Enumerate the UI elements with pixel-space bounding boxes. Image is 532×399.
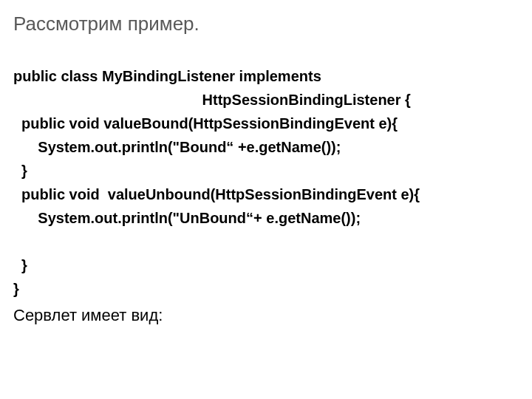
code-block: public class MyBindingListener implement… bbox=[13, 41, 519, 301]
code-line: } bbox=[13, 281, 19, 297]
code-line: } bbox=[13, 163, 27, 179]
slide: Рассмотрим пример. public class MyBindin… bbox=[0, 0, 532, 399]
code-line: System.out.println("Bound“ +e.getName())… bbox=[13, 139, 341, 155]
code-line: } bbox=[13, 257, 27, 273]
slide-title: Рассмотрим пример. bbox=[13, 12, 519, 36]
code-line: System.out.println("UnBound“+ e.getName(… bbox=[13, 210, 361, 226]
code-line: HttpSessionBindingListener { bbox=[13, 92, 411, 108]
code-line: public void valueUnbound(HttpSessionBind… bbox=[13, 186, 420, 202]
code-line: public class MyBindingListener implement… bbox=[13, 68, 321, 84]
code-line: public void valueBound(HttpSessionBindin… bbox=[13, 115, 398, 132]
closing-text: Сервлет имеет вид: bbox=[13, 302, 519, 328]
